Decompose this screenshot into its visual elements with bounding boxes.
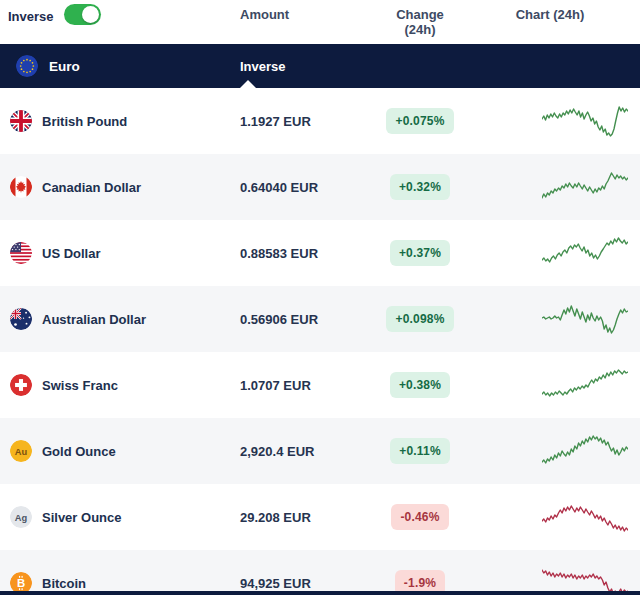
column-header-change[interactable]: Change (24h) <box>380 4 460 37</box>
change-badge: +0.098% <box>386 306 453 332</box>
currency-name: Swiss Franc <box>42 378 118 393</box>
uk-flag-icon <box>10 110 32 132</box>
table-row[interactable]: Ag Silver Ounce 29.208 EUR -0.46% <box>0 484 640 550</box>
inverse-toggle-label: Inverse <box>8 6 54 24</box>
svg-text:Au: Au <box>15 447 28 457</box>
change-badge: +0.38% <box>390 372 450 398</box>
table-row[interactable]: Canadian Dollar 0.64040 EUR +0.32% <box>0 154 640 220</box>
table-row[interactable]: B Bitcoin 94,925 EUR -1.9% <box>0 550 640 595</box>
amount-value: 29.208 EUR <box>240 510 380 525</box>
table-row[interactable]: Swiss Franc 1.0707 EUR +0.38% <box>0 352 640 418</box>
change-badge: +0.075% <box>386 108 453 134</box>
currency-converter-panel: Inverse Amount Change (24h) Chart (24h) … <box>0 0 640 595</box>
change-badge: +0.37% <box>390 240 450 266</box>
next-section-bar-edge <box>0 591 640 595</box>
gold-au-icon: Au <box>10 440 32 462</box>
sparkline-chart <box>542 495 628 539</box>
amount-value: 0.88583 EUR <box>240 246 380 261</box>
us-flag-icon <box>10 242 32 264</box>
canada-flag-icon <box>10 176 32 198</box>
base-currency-bar: Euro Inverse <box>0 44 640 88</box>
sparkline-chart <box>542 165 628 209</box>
currency-name: Australian Dollar <box>42 312 146 327</box>
sparkline-chart <box>542 99 628 143</box>
amount-value: 2,920.4 EUR <box>240 444 380 459</box>
base-currency-name: Euro <box>49 59 80 74</box>
switzerland-flag-icon <box>10 374 32 396</box>
column-header-chart[interactable]: Chart (24h) <box>460 4 640 22</box>
australia-flag-icon <box>10 308 32 330</box>
sort-caret-icon <box>240 80 256 88</box>
rates-table: British Pound 1.1927 EUR +0.075% Canadia… <box>0 88 640 595</box>
inverse-toggle[interactable] <box>64 4 101 25</box>
amount-value: 0.56906 EUR <box>240 312 380 327</box>
currency-name: Canadian Dollar <box>42 180 141 195</box>
table-row[interactable]: US Dollar 0.88583 EUR +0.37% <box>0 220 640 286</box>
eu-flag-icon <box>16 55 38 77</box>
column-header-amount[interactable]: Amount <box>240 4 380 22</box>
amount-value: 0.64040 EUR <box>240 180 380 195</box>
amount-value: 1.0707 EUR <box>240 378 380 393</box>
table-row[interactable]: British Pound 1.1927 EUR +0.075% <box>0 88 640 154</box>
table-row[interactable]: Au Gold Ounce 2,920.4 EUR +0.11% <box>0 418 640 484</box>
currency-name: Silver Ounce <box>42 510 121 525</box>
sparkline-chart <box>542 297 628 341</box>
sparkline-chart <box>542 561 628 595</box>
table-header: Inverse Amount Change (24h) Chart (24h) <box>0 0 640 44</box>
currency-name: Gold Ounce <box>42 444 116 459</box>
toggle-knob <box>82 6 99 23</box>
currency-name: US Dollar <box>42 246 101 261</box>
currency-name: Bitcoin <box>42 576 86 591</box>
sparkline-chart <box>542 363 628 407</box>
sparkline-chart <box>542 231 628 275</box>
table-row[interactable]: Australian Dollar 0.56906 EUR +0.098% <box>0 286 640 352</box>
sorted-column-label[interactable]: Inverse <box>240 59 380 74</box>
change-badge: +0.32% <box>390 174 450 200</box>
change-badge: +0.11% <box>390 438 450 464</box>
currency-name: British Pound <box>42 114 127 129</box>
svg-text:Ag: Ag <box>15 513 28 523</box>
amount-value: 1.1927 EUR <box>240 114 380 129</box>
silver-ag-icon: Ag <box>10 506 32 528</box>
sparkline-chart <box>542 429 628 473</box>
svg-text:B: B <box>17 577 25 589</box>
change-badge: -0.46% <box>391 504 448 530</box>
amount-value: 94,925 EUR <box>240 576 380 591</box>
